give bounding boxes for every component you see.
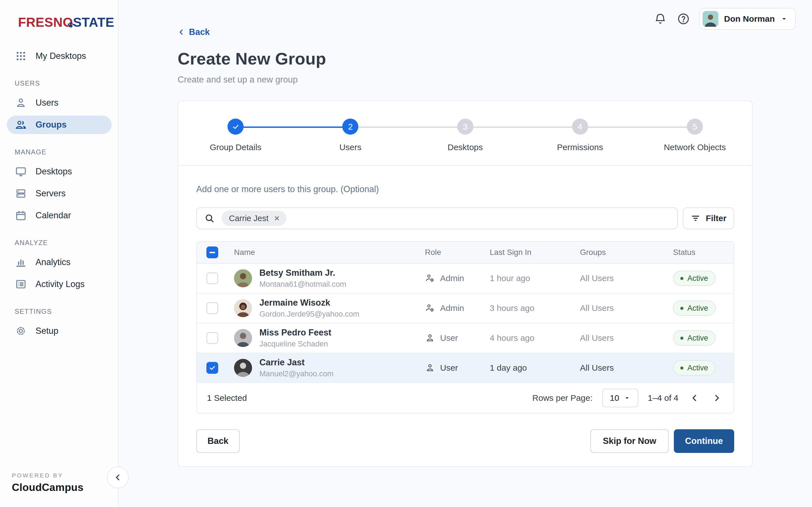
status-dot-icon <box>680 367 683 370</box>
user-full-name: Carrie Jast <box>259 357 334 368</box>
main-area: Don Norman Back Create New Group Create … <box>118 0 812 507</box>
user-groups: All Users <box>580 333 673 343</box>
sidebar-item-desktops[interactable]: Desktops <box>7 162 112 181</box>
table-footer: 1 Selected Rows per Page: 10 1–4 of 4 <box>197 383 733 413</box>
sidebar-section-manage: MANAGE <box>15 148 112 156</box>
topbar: Don Norman <box>653 8 796 30</box>
chevron-right-icon <box>712 393 722 403</box>
step-permissions[interactable]: 4 Permissions <box>523 119 638 152</box>
chip-remove-button[interactable] <box>273 215 280 222</box>
sidebar-item-analytics[interactable]: Analytics <box>7 253 112 272</box>
pawprint-icon <box>66 20 75 29</box>
admin-role-icon <box>425 303 435 313</box>
sidebar-item-label: Activity Logs <box>36 279 85 289</box>
step-users[interactable]: 2 Users <box>293 119 408 152</box>
monitor-icon <box>15 165 27 178</box>
step-network-objects[interactable]: 5 Network Objects <box>638 119 752 152</box>
rows-per-page-select[interactable]: 10 <box>602 389 638 407</box>
column-header-last-sign-in: Last Sign In <box>490 248 580 257</box>
server-icon <box>15 187 27 200</box>
avatar <box>234 269 252 287</box>
activity-log-icon <box>15 278 27 290</box>
row-checkbox[interactable] <box>206 302 218 314</box>
table-row-selected[interactable]: Carrie Jast Manuel2@yahoo.com User 1 <box>197 353 733 383</box>
last-sign-in: 1 hour ago <box>490 274 580 283</box>
bar-chart-icon <box>15 256 27 269</box>
search-icon <box>204 213 215 224</box>
step-desktops[interactable]: 3 Desktops <box>408 119 522 152</box>
notifications-bell-icon[interactable] <box>653 11 668 26</box>
row-checkbox[interactable] <box>206 362 218 374</box>
sidebar-item-servers[interactable]: Servers <box>7 184 112 203</box>
sidebar-nav: My Desktops USERS Users Groups MANAGE <box>7 47 112 344</box>
avatar <box>234 359 252 377</box>
user-email: Manuel2@yahoo.com <box>259 370 334 378</box>
column-header-name: Name <box>225 248 425 257</box>
search-row: Carrie Jest Filter <box>196 207 734 229</box>
pagination: Rows per Page: 10 1–4 of 4 <box>532 389 723 407</box>
last-sign-in: 1 day ago <box>490 363 580 373</box>
filter-button[interactable]: Filter <box>683 207 734 229</box>
sidebar-item-label: Servers <box>36 188 66 199</box>
user-role: User <box>440 333 458 343</box>
sidebar-item-activity-logs[interactable]: Activity Logs <box>7 275 112 293</box>
sidebar-item-groups[interactable]: Groups <box>7 115 112 134</box>
user-full-name: Jermaine Wisozk <box>259 298 359 308</box>
search-input[interactable]: Carrie Jest <box>196 207 678 229</box>
stepper: Group Details 2 Users 3 Desktops 4 Permi… <box>178 101 752 166</box>
back-link[interactable]: Back <box>177 27 210 37</box>
chevron-left-icon <box>113 473 123 482</box>
chevron-down-icon <box>780 15 788 22</box>
table-row[interactable]: Miss Pedro Feest Jacqueline Schaden User <box>197 323 733 353</box>
page-subtitle: Create and set up a new group <box>177 75 753 85</box>
row-checkbox[interactable] <box>206 332 218 344</box>
sidebar-item-users[interactable]: Users <box>7 94 112 112</box>
column-header-role: Role <box>425 248 490 257</box>
table-row[interactable]: Jermaine Wisozk Gordon.Jerde95@yahoo.com… <box>197 293 733 323</box>
row-checkbox[interactable] <box>206 272 218 284</box>
sidebar-item-label: Setup <box>36 326 58 336</box>
skip-for-now-button[interactable]: Skip for Now <box>591 429 668 453</box>
grid-icon <box>15 50 27 62</box>
sidebar-section-analyze: ANALYZE <box>15 239 112 247</box>
chevron-left-icon <box>177 29 185 36</box>
prev-page-button[interactable] <box>688 392 701 404</box>
back-button[interactable]: Back <box>196 429 240 453</box>
table-header: Name Role Last Sign In Groups Status <box>197 242 733 264</box>
page-title: Create New Group <box>177 49 753 68</box>
status-dot-icon <box>680 337 683 340</box>
panel-instruction: Add one or more users to this group. (Op… <box>196 184 734 194</box>
sidebar-item-setup[interactable]: Setup <box>7 322 112 340</box>
calendar-icon <box>15 209 27 222</box>
user-email: Jacqueline Schaden <box>259 340 331 348</box>
avatar <box>234 329 252 347</box>
create-group-card: Group Details 2 Users 3 Desktops 4 Permi… <box>177 101 753 467</box>
status-badge: Active <box>673 330 716 346</box>
help-icon[interactable] <box>676 11 691 26</box>
step-group-details[interactable]: Group Details <box>178 119 293 152</box>
next-page-button[interactable] <box>711 392 723 404</box>
user-role: Admin <box>440 303 464 313</box>
sidebar-item-label: Groups <box>36 120 66 130</box>
users-table: Name Role Last Sign In Groups Status <box>196 241 734 413</box>
select-all-checkbox[interactable] <box>206 246 218 258</box>
search-chip: Carrie Jest <box>221 211 287 226</box>
last-sign-in: 3 hours ago <box>490 303 580 313</box>
user-groups: All Users <box>580 274 673 283</box>
avatar <box>703 11 718 27</box>
table-row[interactable]: Betsy Smitham Jr. Montana61@hotmail.com … <box>197 264 733 293</box>
user-email: Montana61@hotmail.com <box>259 280 346 289</box>
close-icon <box>273 215 280 222</box>
sidebar-item-label: My Desktops <box>36 51 86 61</box>
user-role: Admin <box>440 274 464 283</box>
app-root: FRESNOSTATE My Desktops USERS Users <box>0 0 812 507</box>
user-menu[interactable]: Don Norman <box>699 8 796 30</box>
users-step-panel: Add one or more users to this group. (Op… <box>178 166 752 466</box>
sidebar-section-settings: SETTINGS <box>15 307 112 316</box>
user-groups: All Users <box>580 303 673 313</box>
continue-button[interactable]: Continue <box>674 429 734 453</box>
sidebar-item-calendar[interactable]: Calendar <box>7 206 112 225</box>
sidebar-item-my-desktops[interactable]: My Desktops <box>7 47 112 65</box>
chevron-left-icon <box>690 393 699 403</box>
sidebar-collapse-button[interactable] <box>107 466 129 489</box>
